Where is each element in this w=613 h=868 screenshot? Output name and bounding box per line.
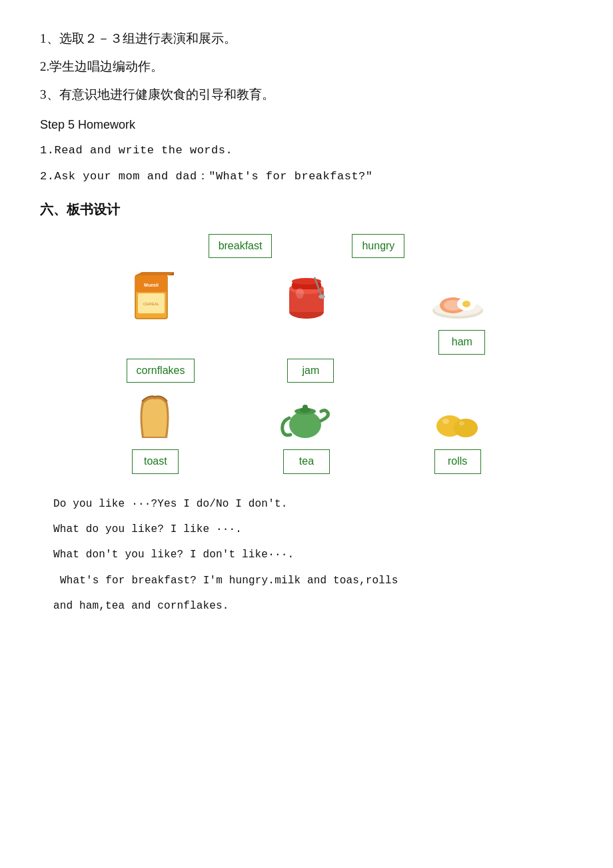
label-row-2: toast tea rolls bbox=[80, 449, 533, 473]
svg-text:Muesli: Muesli bbox=[144, 283, 159, 287]
food-images-row2 bbox=[80, 389, 533, 447]
step5-line2: 2.Ask your mom and dad："What's for break… bbox=[40, 166, 573, 187]
item-1: 1、选取２－３组进行表演和展示。 bbox=[40, 27, 573, 51]
svg-point-27 bbox=[442, 419, 449, 424]
board-area: breakfast hungry Muesli CEREAL bbox=[80, 234, 533, 474]
ham-image bbox=[428, 270, 488, 323]
word-box-hungry: hungry bbox=[352, 234, 404, 258]
svg-point-14 bbox=[296, 288, 304, 299]
label-jam-placeholder bbox=[283, 330, 343, 354]
word-box-breakfast: breakfast bbox=[209, 234, 273, 258]
label-row-1b: cornflakes jam bbox=[80, 359, 533, 383]
svg-point-26 bbox=[454, 419, 478, 437]
svg-point-13 bbox=[318, 295, 325, 299]
sentence-1: Do you like ···?Yes I do/No I don't. bbox=[53, 494, 573, 514]
word-box-cornflakes: cornflakes bbox=[127, 359, 195, 383]
sentence-4: What's for breakfast? I'm hungry.milk an… bbox=[53, 571, 573, 591]
item-3: 3、有意识地进行健康饮食的引导和教育。 bbox=[40, 83, 573, 107]
toast-image bbox=[125, 389, 185, 443]
sentences-area: Do you like ···?Yes I do/No I don't. Wha… bbox=[53, 494, 573, 617]
svg-point-28 bbox=[459, 421, 464, 425]
board-top-row: breakfast hungry bbox=[80, 234, 533, 258]
rolls-image bbox=[428, 389, 488, 443]
word-box-jam: jam bbox=[287, 359, 334, 383]
sentence-2: What do you like? I like ···. bbox=[53, 519, 573, 539]
label-ham-placeholder bbox=[128, 330, 188, 354]
step5-line1: 1.Read and write the words. bbox=[40, 140, 573, 161]
sentence-5: and ham,tea and cornflakes. bbox=[53, 596, 573, 616]
food-images-row1: Muesli CEREAL bbox=[80, 270, 533, 327]
svg-point-24 bbox=[303, 405, 308, 410]
word-box-tea: tea bbox=[283, 449, 330, 473]
tea-image bbox=[277, 389, 336, 443]
label-row-1: ham bbox=[80, 330, 533, 354]
jam-image bbox=[277, 270, 336, 323]
svg-point-20 bbox=[462, 301, 470, 307]
word-box-toast: toast bbox=[132, 449, 179, 473]
item-2: 2.学生边唱边编动作。 bbox=[40, 55, 573, 79]
word-box-ham: ham bbox=[438, 330, 485, 354]
section6-heading: 六、板书设计 bbox=[40, 197, 573, 222]
svg-point-21 bbox=[289, 411, 321, 438]
sentence-3: What don't you like? I don't like···. bbox=[53, 545, 573, 565]
step5-heading: Step 5 Homework bbox=[40, 113, 573, 136]
svg-marker-5 bbox=[135, 272, 174, 275]
word-box-rolls: rolls bbox=[434, 449, 481, 473]
svg-text:CEREAL: CEREAL bbox=[143, 302, 160, 306]
cornflakes-image: Muesli CEREAL bbox=[125, 270, 185, 323]
